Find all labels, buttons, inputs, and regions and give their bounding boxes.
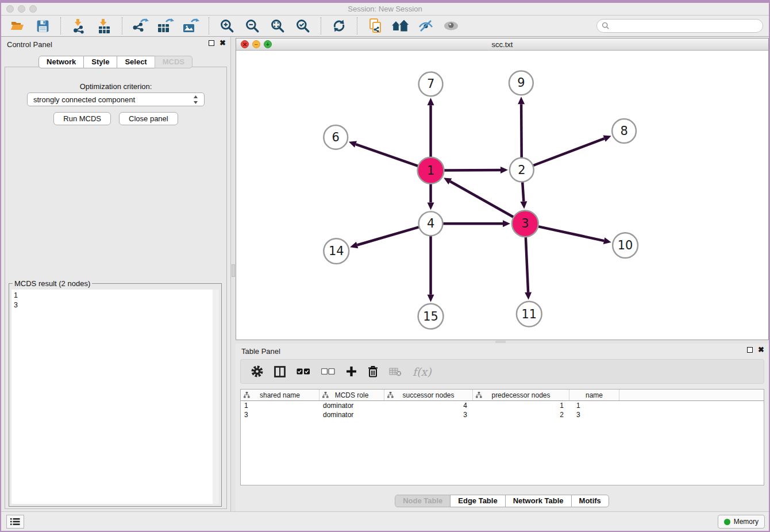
tab-select[interactable]: Select (117, 56, 155, 68)
network-canvas[interactable]: 7968124314101511 (236, 51, 768, 340)
table-tabs: Node Table Edge Table Network Table Moti… (236, 495, 769, 507)
table-cell[interactable]: 2 (473, 410, 569, 419)
new-network-from-selection-button[interactable] (365, 17, 386, 35)
tab-style[interactable]: Style (83, 56, 117, 68)
import-network-button[interactable] (68, 17, 89, 35)
table-panel-title: Table Panel (241, 347, 280, 356)
table-cell[interactable]: 1 (569, 401, 619, 410)
graph-edge-1-2[interactable] (444, 170, 500, 171)
columns-icon (274, 366, 286, 377)
graph-node-label: 8 (620, 124, 627, 138)
show-all-button[interactable] (441, 17, 461, 35)
memory-status-icon (724, 519, 730, 525)
column-header-predecessor-nodes[interactable]: predecessor nodes (473, 390, 569, 400)
close-panel-icon[interactable]: ✖ (758, 347, 764, 353)
zoom-selected-button[interactable] (292, 17, 313, 35)
hierarchy-icon (387, 392, 394, 398)
refresh-button[interactable] (329, 17, 349, 35)
delete-table-button[interactable] (389, 367, 402, 376)
column-header-mcds-role[interactable]: MCDS role (319, 390, 384, 400)
mcds-result-box: MCDS result (2 nodes) 13 (9, 283, 222, 507)
table-panel: Table Panel ✖ (236, 344, 769, 511)
graph-edge-2-9[interactable] (521, 104, 522, 158)
network-graph[interactable]: 7968124314101511 (236, 51, 768, 340)
table-row[interactable]: 3dominator323 (241, 410, 764, 419)
zoom-out-icon (245, 18, 260, 33)
zoom-fit-button[interactable] (267, 17, 288, 35)
table-cell[interactable]: 3 (384, 410, 473, 419)
export-network-button[interactable] (130, 17, 151, 35)
table-cell[interactable]: 1 (473, 401, 569, 410)
tab-node-table[interactable]: Node Table (395, 495, 451, 507)
tab-edge-table[interactable]: Edge Table (450, 495, 505, 507)
graph-edge-3-10[interactable] (538, 226, 604, 241)
run-mcds-button[interactable]: Run MCDS (53, 112, 111, 125)
graph-edge-1-6[interactable] (356, 144, 418, 166)
table-cell[interactable]: dominator (319, 401, 384, 410)
floppy-icon (36, 19, 50, 33)
export-table-button[interactable] (155, 17, 176, 35)
table-settings-button[interactable] (251, 365, 263, 377)
open-session-button[interactable] (7, 17, 28, 35)
column-header-filler (619, 390, 764, 400)
graph-edge-arrow (603, 237, 611, 244)
table-cell-filler (619, 401, 764, 410)
column-header-name[interactable]: name (569, 390, 619, 400)
graph-edge-3-11[interactable] (526, 237, 528, 292)
table-cell[interactable]: 4 (384, 401, 473, 410)
close-panel-icon[interactable]: ✖ (220, 40, 226, 46)
toolbar-separator (357, 17, 357, 34)
table-cell[interactable]: 3 (569, 410, 619, 419)
save-session-button[interactable] (32, 17, 53, 35)
graph-edge-4-14[interactable] (357, 227, 419, 245)
zoom-out-button[interactable] (242, 17, 263, 35)
graph-node-label: 14 (329, 244, 344, 258)
export-table-icon (157, 18, 174, 34)
search-icon (602, 22, 610, 30)
graph-edge-2-3[interactable] (522, 182, 523, 202)
search-input[interactable] (613, 22, 758, 30)
table-cell[interactable]: 1 (241, 401, 319, 410)
memory-button[interactable]: Memory (718, 515, 765, 529)
float-panel-icon[interactable] (209, 40, 214, 46)
result-scrollbar[interactable] (213, 290, 219, 504)
node-table: shared name MCDS role successor nodes pr… (240, 389, 764, 485)
criterion-dropdown[interactable]: strongly connected component (27, 92, 205, 106)
splitter-grip[interactable] (232, 264, 235, 277)
function-builder-button[interactable]: f(x) (413, 365, 432, 378)
deselect-all-button[interactable] (321, 368, 335, 375)
export-network-icon (132, 18, 149, 34)
column-header-successor-nodes[interactable]: successor nodes (384, 390, 473, 400)
delete-button[interactable] (368, 365, 378, 377)
toolbar-separator (209, 17, 209, 34)
column-header-shared-name[interactable]: shared name (241, 390, 319, 400)
import-table-button[interactable] (94, 17, 114, 35)
tab-mcds[interactable]: MCDS (155, 56, 192, 68)
hide-selected-button[interactable] (415, 17, 436, 35)
column-layout-button[interactable] (274, 366, 286, 377)
zoom-in-button[interactable] (217, 17, 237, 35)
graph-edge-3-1[interactable] (450, 182, 514, 217)
export-image-button[interactable] (180, 17, 201, 35)
table-cell[interactable]: dominator (319, 410, 384, 419)
graph-node-label: 9 (517, 76, 525, 90)
task-history-button[interactable] (6, 515, 24, 529)
close-panel-button[interactable]: Close panel (119, 112, 178, 125)
mcds-result-text[interactable]: 13 (11, 290, 219, 504)
tab-network[interactable]: Network (38, 56, 84, 68)
vertical-splitter[interactable] (231, 37, 236, 511)
import-table-icon (97, 18, 111, 34)
first-neighbors-button[interactable] (390, 17, 411, 35)
tab-network-table[interactable]: Network Table (505, 495, 572, 507)
tab-motifs[interactable]: Motifs (571, 495, 609, 507)
network-window-titlebar[interactable]: ✕ − + scc.txt (236, 38, 768, 51)
select-all-button[interactable] (297, 368, 310, 375)
title-bar: Session: New Session (1, 3, 769, 16)
graph-edge-2-8[interactable] (533, 138, 604, 165)
float-panel-icon[interactable] (747, 347, 753, 353)
zoom-fit-icon (270, 18, 285, 33)
splitter-grip[interactable] (495, 341, 506, 343)
table-row[interactable]: 1dominator411 (241, 401, 764, 410)
table-cell[interactable]: 3 (241, 410, 319, 419)
add-row-button[interactable] (346, 366, 357, 377)
